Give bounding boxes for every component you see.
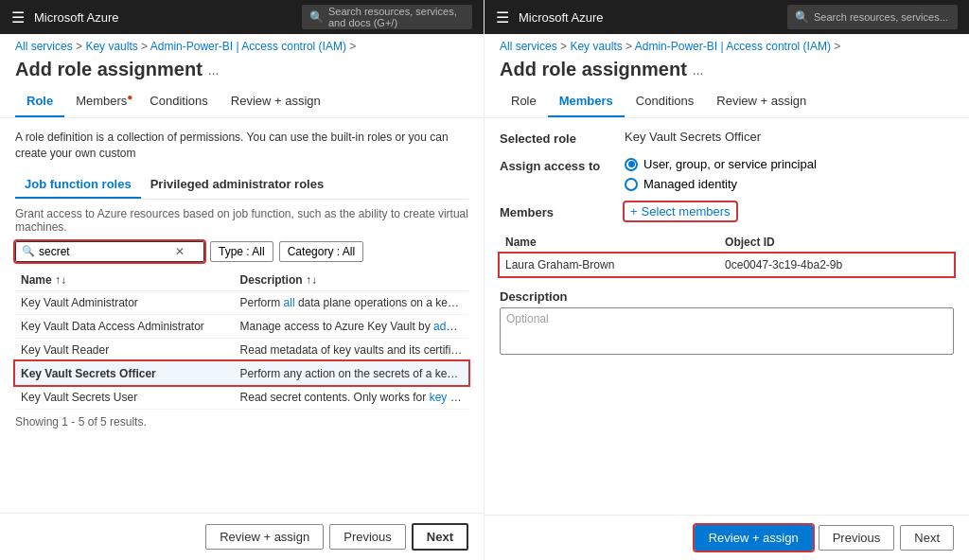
tab-role-right[interactable]: Role xyxy=(500,86,548,117)
review-assign-button-right[interactable]: Review + assign xyxy=(695,525,813,551)
search-icon-right: 🔍 xyxy=(795,10,809,24)
breadcrumb-all-services-right[interactable]: All services xyxy=(500,40,557,53)
breadcrumb-all-services[interactable]: All services xyxy=(15,40,73,53)
select-members-button[interactable]: + Select members xyxy=(625,202,736,220)
right-panel: ☰ Microsoft Azure 🔍 Search resources, se… xyxy=(484,0,969,560)
review-assign-button-left[interactable]: Review + assign xyxy=(205,524,324,550)
tab-members-right[interactable]: Members xyxy=(548,86,625,117)
sub-tab-privileged[interactable]: Privileged administrator roles xyxy=(141,171,334,199)
members-col-name: Name xyxy=(500,232,719,254)
left-search-box[interactable]: 🔍 Search resources, services, and docs (… xyxy=(302,5,472,29)
tab-conditions-right[interactable]: Conditions xyxy=(625,86,705,117)
sub-tabs: Job function roles Privileged administra… xyxy=(15,171,468,200)
breadcrumb-iam[interactable]: Admin-Power-BI | Access control (IAM) xyxy=(150,40,346,53)
right-search-placeholder: Search resources, services... xyxy=(814,11,948,23)
description-box[interactable]: Optional xyxy=(500,307,954,355)
search-input[interactable] xyxy=(39,245,171,258)
left-footer: Review + assign Previous Next xyxy=(0,513,484,560)
radio-circle-user xyxy=(625,158,638,171)
role-description: A role definition is a collection of per… xyxy=(15,130,468,162)
left-page-title-area: Add role assignment ... xyxy=(0,53,484,86)
right-title-ellipsis: ... xyxy=(693,62,704,78)
hamburger-icon-right[interactable]: ☰ xyxy=(496,9,509,26)
left-title-ellipsis: ... xyxy=(208,62,220,78)
selected-role-value: Key Vault Secrets Officer xyxy=(625,130,761,144)
right-footer: Review + assign Previous Next xyxy=(484,515,969,560)
assign-access-row: Assign access to User, group, or service… xyxy=(500,157,954,191)
previous-button-left[interactable]: Previous xyxy=(329,524,406,550)
category-filter-btn[interactable]: Category : All xyxy=(279,241,363,262)
radio-managed-identity[interactable]: Managed identity xyxy=(625,177,817,191)
tab-review-assign-right[interactable]: Review + assign xyxy=(705,86,818,117)
breadcrumb-key-vaults-right[interactable]: Key vaults xyxy=(570,40,622,53)
right-page-title: Add role assignment ... xyxy=(500,59,954,80)
row-desc: Read secret contents. Only works for key… xyxy=(235,385,468,409)
left-content: A role definition is a collection of per… xyxy=(0,118,484,513)
description-section: Description Optional xyxy=(500,288,954,355)
search-icon: 🔍 xyxy=(309,10,324,24)
search-input-container[interactable]: 🔍 ✕ xyxy=(15,241,204,262)
tab-conditions-left[interactable]: Conditions xyxy=(138,86,219,117)
tab-role-left[interactable]: Role xyxy=(15,86,64,117)
sub-tab-job-function[interactable]: Job function roles xyxy=(15,171,141,199)
search-row: 🔍 ✕ Type : All Category : All xyxy=(15,241,468,262)
table-row-selected[interactable]: Key Vault Secrets Officer Perform any ac… xyxy=(15,361,468,385)
members-row: Members + Select members Name Object ID … xyxy=(500,202,954,276)
radio-label-user: User, group, or service principal xyxy=(643,157,817,171)
right-tabs: Role Members Conditions Review + assign xyxy=(484,86,969,118)
clear-search-icon[interactable]: ✕ xyxy=(175,245,185,258)
row-name: Key Vault Reader xyxy=(15,338,235,361)
member-object-id: 0ce0047-3c19-4ba2-9b xyxy=(719,254,954,277)
radio-label-managed: Managed identity xyxy=(643,177,737,191)
left-topbar: ☰ Microsoft Azure 🔍 Search resources, se… xyxy=(0,0,484,34)
members-col-objectid: Object ID xyxy=(719,232,954,254)
left-brand: Microsoft Azure xyxy=(34,10,119,25)
tab-review-assign-left[interactable]: Review + assign xyxy=(220,86,332,117)
previous-button-right[interactable]: Previous xyxy=(819,525,895,551)
assign-access-label: Assign access to xyxy=(500,157,613,173)
row-name: Key Vault Data Access Administrator xyxy=(15,314,235,338)
radio-circle-managed xyxy=(625,178,638,191)
type-filter-btn[interactable]: Type : All xyxy=(210,241,273,262)
select-members-label: Select members xyxy=(642,204,731,219)
tab-members-left[interactable]: Members● xyxy=(64,86,138,117)
search-icon-left: 🔍 xyxy=(22,245,35,257)
left-panel: ☰ Microsoft Azure 🔍 Search resources, se… xyxy=(0,0,484,560)
left-tabs: Role Members● Conditions Review + assign xyxy=(0,86,484,118)
category-filter-label: Category : All xyxy=(288,245,355,258)
access-radio-group: User, group, or service principal Manage… xyxy=(625,157,817,191)
showing-text: Showing 1 - 5 of 5 results. xyxy=(15,415,468,429)
left-search-placeholder: Search resources, services, and docs (G+… xyxy=(328,6,465,28)
table-row[interactable]: Key Vault Secrets User Read secret conte… xyxy=(15,385,468,409)
col-description[interactable]: Description ↑↓ xyxy=(235,270,468,291)
table-row[interactable]: Key Vault Administrator Perform all data… xyxy=(15,290,468,314)
description-label: Description xyxy=(500,288,613,304)
hamburger-icon[interactable]: ☰ xyxy=(11,9,25,26)
table-row[interactable]: Key Vault Reader Read metadata of key va… xyxy=(15,338,468,361)
row-name: Key Vault Secrets User xyxy=(15,385,235,409)
row-name: Key Vault Administrator xyxy=(15,290,235,314)
member-row[interactable]: Laura Graham-Brown 0ce0047-3c19-4ba2-9b xyxy=(500,254,954,277)
right-content: Selected role Key Vault Secrets Officer … xyxy=(484,118,969,515)
right-search-box[interactable]: 🔍 Search resources, services... xyxy=(787,5,958,29)
table-row[interactable]: Key Vault Data Access Administrator Mana… xyxy=(15,314,468,338)
selected-role-row: Selected role Key Vault Secrets Officer xyxy=(500,130,954,146)
members-table: Name Object ID Laura Graham-Brown 0ce004… xyxy=(500,232,954,276)
type-filter-label: Type : All xyxy=(219,245,265,258)
right-brand: Microsoft Azure xyxy=(519,10,604,25)
radio-user-group[interactable]: User, group, or service principal xyxy=(625,157,817,171)
right-breadcrumb: All services > Key vaults > Admin-Power-… xyxy=(484,34,969,53)
breadcrumb-iam-right[interactable]: Admin-Power-BI | Access control (IAM) xyxy=(635,40,831,53)
row-name-selected: Key Vault Secrets Officer xyxy=(15,361,235,385)
left-breadcrumb: All services > Key vaults > Admin-Power-… xyxy=(0,34,484,53)
row-desc-selected: Perform any action on the secrets of a k… xyxy=(235,361,468,385)
next-button-left[interactable]: Next xyxy=(412,523,468,551)
role-table: Name ↑↓ Description ↑↓ Key Vault Adminis… xyxy=(15,270,468,410)
breadcrumb-key-vaults[interactable]: Key vaults xyxy=(85,40,137,53)
next-button-right[interactable]: Next xyxy=(900,525,954,551)
row-desc: Manage access to Azure Key Vault by addi… xyxy=(235,314,468,338)
right-page-title-area: Add role assignment ... xyxy=(484,53,969,86)
row-desc: Perform all data plane operations on a k… xyxy=(235,290,468,314)
col-name[interactable]: Name ↑↓ xyxy=(15,270,235,291)
description-placeholder: Optional xyxy=(506,312,549,325)
